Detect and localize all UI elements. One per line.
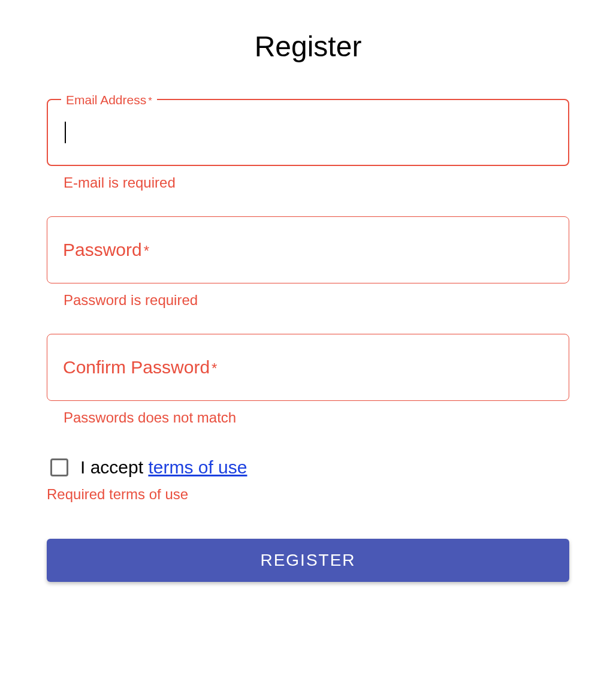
terms-checkbox[interactable]: [50, 458, 68, 476]
email-label-text: Email Address: [66, 93, 146, 107]
terms-accept-prefix: I accept: [80, 457, 148, 477]
password-error: Password is required: [64, 292, 569, 309]
terms-error: Required terms of use: [47, 486, 569, 503]
password-field-outline[interactable]: Password *: [47, 216, 569, 283]
email-field-outline[interactable]: Email Address *: [47, 99, 569, 166]
email-label: Email Address *: [61, 93, 157, 107]
password-field-group: Password * Password is required: [47, 216, 569, 309]
terms-label: I accept terms of use: [80, 457, 247, 478]
terms-row: I accept terms of use: [47, 457, 569, 478]
confirm-password-field-group: Confirm Password * Passwords does not ma…: [47, 334, 569, 426]
email-field-group: Email Address * E-mail is required: [47, 99, 569, 191]
confirm-password-field-outline[interactable]: Confirm Password *: [47, 334, 569, 401]
email-error: E-mail is required: [64, 174, 569, 191]
terms-of-use-link[interactable]: terms of use: [148, 457, 247, 477]
page-title: Register: [47, 30, 569, 63]
register-form: Register Email Address * E-mail is requi…: [47, 30, 569, 582]
required-asterisk: *: [148, 95, 152, 107]
confirm-password-error: Passwords does not match: [64, 409, 569, 426]
register-button[interactable]: REGISTER: [47, 539, 569, 582]
